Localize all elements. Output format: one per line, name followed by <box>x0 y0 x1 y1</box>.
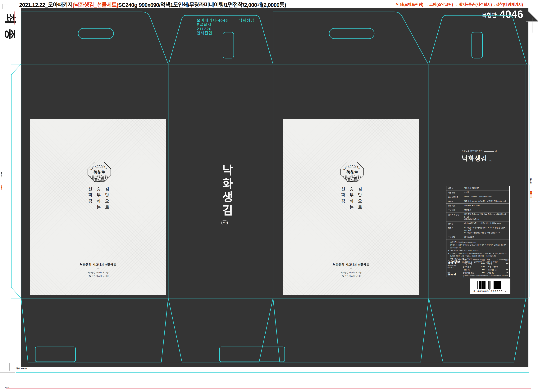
job-note: 모아패키지-4046 낙화생김 E골합지 211220 인쇄전면 <box>197 18 254 35</box>
back-tagline: 김맛으로 승부하는 진짜 김 <box>462 149 508 152</box>
logo-wave-pattern <box>339 175 365 182</box>
table-row: 보관방법냉장보관 <box>446 208 509 212</box>
nutrient-name: 나트륨 67mg <box>463 262 472 265</box>
set-item-white: 낙화생김 WHITE x 16봉 <box>30 271 166 275</box>
row-label: 유통기한 <box>448 204 464 207</box>
nutrient-row: 콜레스테롤 0mg0% <box>462 271 486 274</box>
job-date: 211220 <box>197 27 254 31</box>
nutrition-facts-panel: 영양정보 총 내용량 256g (8g x 32봉) 8g당 48kcal 8g… <box>446 258 510 277</box>
row-value: 2006047116090 / 2006047116091 <box>464 196 508 198</box>
plate-number-ribbon: 목형판 4046 <box>456 8 538 21</box>
panel-footer: 낙화생김 시그니처 선물세트 — 낙화생김 WHITE x 16봉 낙화생김 B… <box>283 262 419 278</box>
row-value: 조미김 <box>464 191 508 194</box>
table-row: 제품명낙화생김 선물 SET <box>446 186 509 191</box>
table-row: 품목보고번호2006047116090 / 2006047116091 <box>446 195 509 199</box>
nutrient-dv: 3.4% <box>481 262 485 265</box>
nutrient-name: 당류 0g <box>463 269 469 271</box>
nutrient-row: 지방 3g6% <box>486 262 509 265</box>
nutrition-col-dv: 1일 영양성분 기준치에 대한 비율 <box>497 259 509 261</box>
row-value: 곱창돌김(국산)45%, 낙화생유(국산)52%, 세발나물가루(국산), 제주… <box>464 213 508 220</box>
footer-divider: — <box>283 267 419 270</box>
final-stamp: 최종 <box>3 13 19 44</box>
nutrient-dv: 1.2% <box>481 266 485 268</box>
slogan-col-2: 승부하는 <box>95 187 102 211</box>
slogan-col-2: 승부하는 <box>348 187 354 211</box>
logo-hanja: 落花生 <box>346 170 358 175</box>
front-panel-artwork: NAKHWASENG SINCE 2001 落花生 진짜김 <box>30 119 166 295</box>
table-row: 원재료 및 함량곱창돌김(국산)45%, 낙화생유(국산)52%, 세발나물가루… <box>446 212 509 221</box>
footer-divider: — <box>30 267 166 270</box>
nutrient-dv: 6% <box>506 269 509 271</box>
row-value: 낙화생김 WHITE (8g)16봉 + 낙화생김 블랙(8g) x 16봉 <box>464 200 508 203</box>
nutrition-total-detail: (8g x 32봉) <box>448 266 461 268</box>
brand-logo-octagon: NAKHWASENG SINCE 2001 落花生 <box>339 160 365 183</box>
length-annotation: ↓ 길이 15mm <box>14 367 27 370</box>
edge-color-label-left: BLACK <box>0 172 2 178</box>
length-annotation-text: 길이 15mm <box>16 367 27 370</box>
tagline-suffix: 김 <box>495 149 497 152</box>
row-label: 판매원 <box>448 222 464 225</box>
slogan-col-1: 진짜김 <box>339 187 346 211</box>
barcode-digits: 8 809663 260033 > <box>473 290 507 293</box>
vertical-slogan: 진짜김 승부하는 김맛으로 <box>283 187 419 211</box>
note-item: 개봉후에는 가급적 빨리 드시기 바랍니다. <box>448 249 507 252</box>
logo-hanja: 落花生 <box>93 170 105 175</box>
barcode-bars <box>475 281 505 290</box>
row-label: 제품명 <box>448 187 464 190</box>
spine-brand-vertical: 낙화생김 <box>219 164 235 218</box>
proof-title-specs: SC240g 990x690/먹색1도인쇄/무광라미네이팅/1면접착/2,000… <box>118 2 286 8</box>
logo-since: SINCE 2001 <box>96 167 103 168</box>
nutrient-name: 포화지방 1g <box>487 269 496 271</box>
table-row: 제조원F1. 레인보우에프앤비 | 제주도 서귀포시 성산읍 일출로 227 4… <box>446 226 509 235</box>
nutrition-col-amount: 8g당 <box>463 259 466 261</box>
row-value: 폴리프로필렌 <box>464 236 508 238</box>
nutrient-dv: 6% <box>506 262 509 265</box>
job-board-type: E골합지 <box>197 23 254 27</box>
nutrient-dv: 5% <box>506 272 509 274</box>
slogan-col-3: 김맛으로 <box>356 187 363 211</box>
row-value: 레인보우랩스(경기도 화성시 서신면 제부로 224) <box>464 222 508 225</box>
row-value: F1. 레인보우에프앤비 | 제주도 서귀포시 성산읍 일출로 227 48호 … <box>464 227 508 234</box>
scale-note: 10mm <box>5 386 9 388</box>
table-row: 유통기한제품 별도 표기일까지 <box>446 204 509 208</box>
table-row: 제품유형조미김 <box>446 191 509 195</box>
edge-color-label-right: BLACK <box>530 178 532 184</box>
nutrient-row: 탄수화물 4g1.2% <box>462 265 486 268</box>
nutrient-row: 나트륨 67mg3.4% <box>462 262 486 265</box>
nutrition-total-amount: 총 내용량 256g <box>448 265 461 266</box>
set-item-white: 낙화생김 WHITE x 16봉 <box>283 271 419 275</box>
note-item: 홈페이지 : http://www.pyropia.com <box>448 241 507 244</box>
down-arrow-icon: ↓ <box>14 367 16 369</box>
nutrient-dv: 0% <box>482 272 485 274</box>
proof-title: 2021.12.22_모아패키지[낙화생김_선물세트]SC240g 990x69… <box>19 0 286 8</box>
nutrient-name: 탄수화물 4g <box>463 266 471 268</box>
nutrient-row: 단백질 3g5% <box>486 271 509 274</box>
nutrient-row: 트랜스지방 0g <box>486 265 509 268</box>
nutrition-col-dv: 1일 영양성분 기준치에 대한 비율 <box>473 259 485 261</box>
process-flow-note: 인쇄(모아프린팅) → 코팅(조양코팅) → 합지+톰슨(서정합지)→접착(대명… <box>396 1 523 7</box>
dieline-proof-sheet: 2021.12.22_모아패키지[낙화생김_선물세트]SC240g 990x69… <box>0 0 538 392</box>
back-brand-seal: 바다 <box>489 160 492 162</box>
plate-label: 목형판 <box>482 11 497 19</box>
nutrient-name: 콜레스테롤 0mg <box>463 272 474 274</box>
slogan-col-1: 진짜김 <box>87 187 93 211</box>
nutrition-title: 영양정보 <box>448 259 461 264</box>
edge-color-strip-left <box>1 184 2 190</box>
table-row: 내용량낙화생김 WHITE (8g)16봉 + 낙화생김 블랙(8g) x 16… <box>446 199 509 204</box>
nutrient-name: 트랜스지방 0g <box>487 266 498 268</box>
note-item: 본 제품은 자연에서 얻어지는 1차 산물을 원료로 하여 새우, 게, 해초,… <box>448 252 507 258</box>
row-label: 제품유형 <box>448 191 464 194</box>
logo-since: SINCE 2001 <box>348 167 356 168</box>
edge-color-strip-right <box>530 191 532 198</box>
row-label: 제조원 <box>448 227 464 234</box>
row-label: 원재료 및 함량 <box>448 213 464 220</box>
table-row: 판매원레인보우랩스(경기도 화성시 서신면 제부로 224) <box>446 221 509 226</box>
nutrient-name: 지방 3g <box>487 262 492 265</box>
plate-number: 4046 <box>499 8 523 21</box>
tagline-blank-line <box>484 150 494 152</box>
proof-title-prefix: 2021.12.22_모아패키지 <box>19 2 73 8</box>
panel-footer: 낙화생김 시그니처 선물세트 — 낙화생김 WHITE x 16봉 낙화생김 B… <box>30 262 166 278</box>
back-brand-name: 낙화생김 <box>462 153 487 163</box>
nutrient-name: 단백질 3g <box>487 272 494 274</box>
job-product-name: 낙화생김 <box>239 18 254 23</box>
